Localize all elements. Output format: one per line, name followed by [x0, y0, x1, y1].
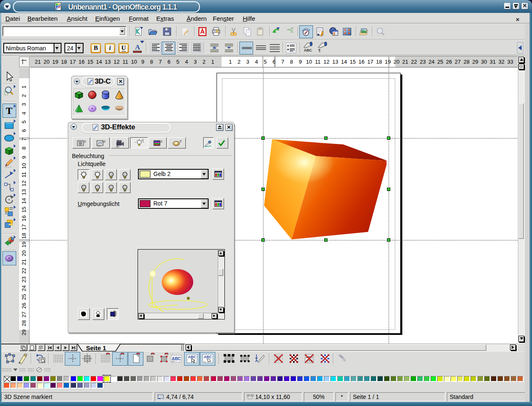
svg-text:ABC: ABC — [188, 355, 196, 359]
svg-text:ABC: ABC — [172, 356, 181, 361]
svg-text:ABC: ABC — [204, 355, 212, 359]
svg-text:T: T — [6, 105, 12, 116]
